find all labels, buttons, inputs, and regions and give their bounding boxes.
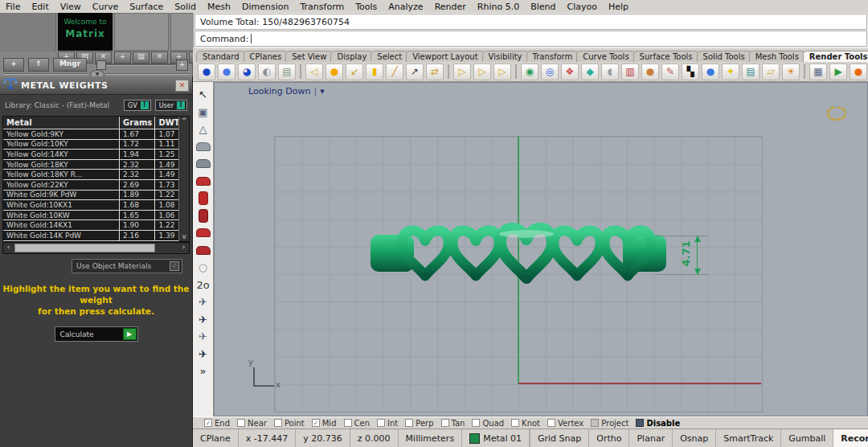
checkbox-icon[interactable]: [312, 419, 320, 427]
scroll-right-icon[interactable]: ›: [178, 243, 189, 252]
slider-handle[interactable]: [96, 60, 106, 70]
osnap-toggle[interactable]: Project: [591, 419, 628, 428]
menu-item[interactable]: Transform: [294, 2, 350, 12]
osnap-toggle[interactable]: Knot: [511, 419, 540, 428]
menu-item[interactable]: Dimension: [236, 2, 294, 12]
toolbar-tab[interactable]: CPlanes: [244, 51, 289, 62]
status-toggle[interactable]: Record History: [833, 429, 868, 447]
status-cell[interactable]: x -17.447: [239, 429, 296, 447]
side-toolbar-icon[interactable]: △: [196, 123, 211, 135]
table-row[interactable]: White Gold:14K PdW 2.16 1.39 14.32: [3, 231, 189, 241]
checkbox-icon[interactable]: [377, 419, 385, 427]
toolbar-tab[interactable]: Set View: [285, 51, 333, 62]
checkbox-icon[interactable]: [204, 419, 212, 427]
osnap-toggle[interactable]: Mid: [312, 419, 337, 428]
status-toggle[interactable]: Gumball: [781, 429, 833, 447]
menu-item[interactable]: Analyze: [383, 2, 428, 12]
toolbar-icon[interactable]: ▷: [473, 64, 491, 80]
toolbar-icon[interactable]: ◆: [581, 64, 599, 80]
toolbar-icon[interactable]: ⇄: [426, 64, 444, 80]
heart-ring-model[interactable]: [369, 223, 668, 289]
toolbar-icon[interactable]: ▷: [453, 64, 471, 80]
toolbar-icon[interactable]: ●: [326, 64, 343, 80]
toolbar-icon[interactable]: ╱: [386, 64, 403, 80]
toolbar-icon[interactable]: ◎: [541, 64, 559, 80]
toolbar-icon[interactable]: ▤: [742, 64, 760, 80]
mngr-button[interactable]: Mngr: [53, 58, 87, 72]
table-row[interactable]: White Gold:10KX1 1.68 1.08 11.18: [3, 200, 189, 211]
toolbar-icon[interactable]: ▮: [366, 64, 383, 80]
menu-item[interactable]: Help: [603, 2, 634, 12]
toolbar-icon[interactable]: [300, 64, 301, 79]
checkbox-icon[interactable]: [636, 419, 644, 427]
menu-item[interactable]: Curve: [87, 2, 124, 12]
status-toggle[interactable]: Grid Snap: [530, 429, 589, 447]
checkbox-icon[interactable]: [591, 419, 599, 427]
status-toggle[interactable]: Planar: [629, 429, 673, 447]
scroll-down-icon[interactable]: v: [182, 233, 186, 240]
osnap-toggle[interactable]: Perp: [405, 419, 433, 428]
menu-item[interactable]: Tools: [350, 2, 383, 12]
osnap-toggle[interactable]: End: [204, 419, 230, 428]
toolbar-icon[interactable]: ◖: [601, 64, 619, 80]
osnap-toggle[interactable]: Near: [237, 419, 267, 428]
toolbar-icon[interactable]: ▚: [682, 64, 699, 80]
toolbar-icon[interactable]: ▱: [762, 64, 780, 80]
toolbar-tab[interactable]: Select: [371, 51, 408, 62]
table-row[interactable]: Yellow Gold:14KY 1.94 1.25 12.88: [3, 150, 189, 160]
side-toolbar-icon[interactable]: ✈: [196, 296, 211, 308]
toolbar-tab[interactable]: Curve Tools: [576, 51, 635, 62]
checkbox-icon[interactable]: [547, 419, 555, 427]
status-cell[interactable]: CPlane: [193, 429, 239, 447]
checkbox-icon[interactable]: [405, 419, 413, 427]
side-toolbar-icon[interactable]: [196, 244, 211, 256]
checkbox-icon[interactable]: [237, 419, 245, 427]
status-cell[interactable]: y 20.736: [296, 429, 350, 447]
toolbar-icon[interactable]: ▦: [809, 64, 827, 80]
toolbar-icon[interactable]: ↙: [346, 64, 363, 80]
side-toolbar-icon[interactable]: [196, 141, 211, 153]
toolbar-icon[interactable]: ↗: [406, 64, 424, 80]
side-toolbar-icon[interactable]: ○: [196, 261, 211, 273]
toolbar-tab[interactable]: Surface Tools: [633, 51, 699, 62]
scroll-up-icon[interactable]: ^: [182, 117, 187, 125]
toolbar-icon[interactable]: ✦: [722, 64, 739, 80]
calculate-button[interactable]: Calculate ▶: [55, 326, 138, 342]
table-row[interactable]: White Gold:9K PdW 1.89 1.22 12.59: [3, 191, 189, 201]
add-button[interactable]: +: [3, 58, 24, 72]
toolbar-icon[interactable]: ▶: [829, 64, 847, 80]
side-toolbar-icon[interactable]: [196, 227, 211, 239]
osnap-toggle[interactable]: Int: [377, 419, 398, 428]
toolbar-tab[interactable]: Render Tools: [803, 51, 868, 62]
side-toolbar-icon[interactable]: [196, 210, 211, 222]
status-cell[interactable]: Millimeters: [399, 429, 463, 447]
vertical-scrollbar[interactable]: ^ v: [178, 117, 189, 241]
checkbox-icon[interactable]: [274, 419, 282, 427]
side-toolbar-icon[interactable]: [196, 175, 211, 187]
command-input[interactable]: Command:: [194, 31, 867, 47]
menu-item[interactable]: Mesh: [202, 2, 236, 12]
toolbar-icon[interactable]: [515, 64, 517, 79]
table-row[interactable]: Yellow Gold:10KY 1.72 1.11 11.43: [3, 140, 189, 150]
toolbar-icon[interactable]: ◉: [521, 64, 538, 80]
table-row[interactable]: Yellow Gold:18KY R... 2.32 1.49 15.41: [3, 170, 189, 180]
toolbar-icon[interactable]: [804, 64, 805, 79]
toolbar-icon[interactable]: ◐: [258, 64, 276, 80]
toolbar-tab[interactable]: Viewport Layout: [406, 51, 484, 62]
menu-item[interactable]: Surface: [124, 2, 169, 12]
table-row[interactable]: White Gold:10KW 1.65 1.06 10.99: [3, 211, 189, 221]
menu-item[interactable]: Clayoo: [562, 2, 603, 12]
table-row[interactable]: Yellow Gold:9KY 1.67 1.07 11.08: [3, 129, 189, 140]
viewport[interactable]: Looking Down | ▼ 4.71 y: [214, 82, 868, 416]
osnap-toggle[interactable]: Cen: [344, 419, 370, 428]
toolbar-tab[interactable]: Transform: [526, 51, 579, 62]
menu-item[interactable]: View: [55, 2, 87, 12]
side-toolbar-icon[interactable]: ✈: [196, 330, 211, 342]
viewport-title[interactable]: Looking Down | ▼: [248, 86, 325, 96]
side-toolbar-icon[interactable]: [196, 158, 211, 170]
side-toolbar-icon[interactable]: ✈: [196, 314, 211, 326]
menu-item[interactable]: Blend: [525, 2, 561, 12]
menu-item[interactable]: Rhino 5.0: [472, 2, 525, 12]
toolbar-icon[interactable]: ●: [198, 64, 215, 80]
gv-toggle[interactable]: GV I: [124, 100, 151, 111]
